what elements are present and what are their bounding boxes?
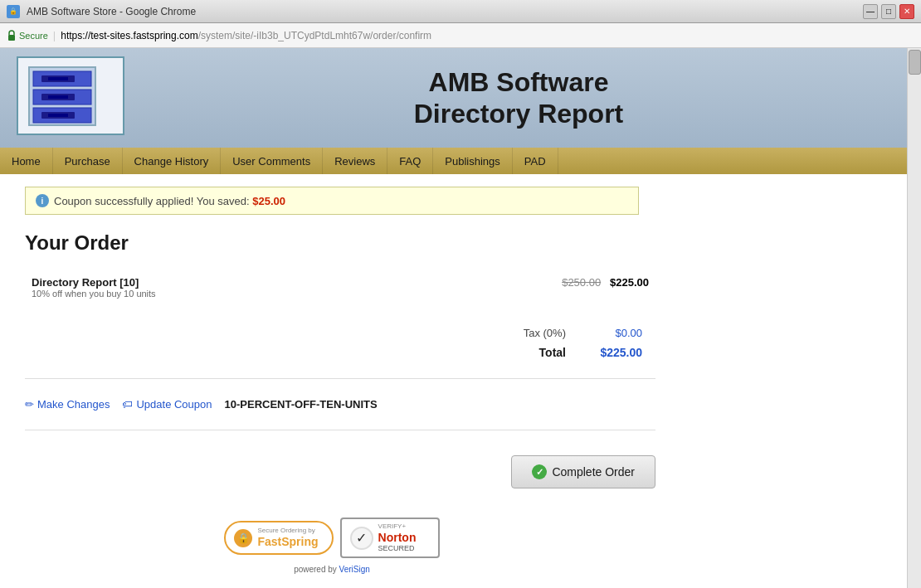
item-price-cell: $250.00 $225.00 [407, 271, 655, 304]
nav-item-purchase[interactable]: Purchase [53, 148, 123, 174]
item-details: Directory Report [10] 10% off when you b… [25, 271, 407, 304]
tag-icon: 🏷 [122, 398, 133, 411]
update-coupon-link[interactable]: 🏷 Update Coupon [122, 398, 212, 411]
summary-table: Tax (0%) $0.00 Total $225.00 [517, 323, 649, 362]
item-name: Directory Report [10] [32, 276, 400, 289]
nav-item-home[interactable]: Home [0, 148, 53, 174]
complete-order-label: Complete Order [552, 465, 635, 479]
url-path: /system/site/-iIb3b_UTCydPtdLmht67w/orde… [198, 30, 431, 41]
norton-secured: SECURED [378, 544, 417, 553]
order-table: Directory Report [10] 10% off when you b… [25, 271, 655, 366]
scrollbar[interactable] [907, 48, 921, 588]
site-title: AMB Software Directory Report [133, 66, 904, 130]
make-changes-link[interactable]: ✏ Make Changes [25, 398, 110, 411]
complete-order-area: ✓ Complete Order [25, 443, 655, 501]
info-icon: i [36, 194, 49, 207]
coupon-notification: i Coupon successfully applied! You saved… [25, 187, 639, 215]
badges-row: 🔒 Secure Ordering by FastSpring ✓ VERIFY… [224, 518, 439, 558]
norton-checkmark-icon: ✓ [350, 527, 373, 550]
nav-item-faq[interactable]: FAQ [387, 148, 433, 174]
url-domain: https://test-sites.fastspring.com [61, 30, 197, 41]
norton-text: VERIFY+ Norton SECURED [378, 522, 417, 553]
site-header: AMB Software Directory Report [0, 48, 921, 148]
browser-favicon: 🔒 [7, 5, 20, 18]
nav-item-reviews[interactable]: Reviews [323, 148, 387, 174]
total-label: Total [517, 343, 582, 362]
svg-rect-10 [48, 114, 68, 117]
total-value: $225.00 [582, 343, 649, 362]
nav-item-publishings[interactable]: Publishings [433, 148, 513, 174]
coupon-code: 10-PERCENT-OFF-TEN-UNITS [225, 398, 378, 411]
divider-2 [25, 430, 655, 430]
item-desc: 10% off when you buy 10 units [32, 289, 400, 299]
url-display[interactable]: https://test-sites.fastspring.com/system… [61, 30, 431, 41]
order-title: Your Order [25, 231, 639, 255]
update-coupon-label: Update Coupon [136, 398, 212, 411]
logo-svg [25, 63, 116, 129]
norton-verify: VERIFY+ [378, 522, 417, 531]
order-item-row: Directory Report [10] 10% off when you b… [25, 271, 655, 304]
powered-by-text: powered by VeriSign [294, 565, 370, 574]
address-bar: Secure | https://test-sites.fastspring.c… [0, 23, 921, 48]
window-controls: — □ ✕ [863, 4, 914, 19]
logo-area [17, 56, 133, 139]
page-content: AMB Software Directory Report Home Purch… [0, 48, 921, 588]
minimize-button[interactable]: — [863, 4, 878, 19]
logo-image [17, 56, 124, 135]
notification-text: Coupon successfully applied! You saved: … [54, 195, 285, 207]
fastspring-lock-icon: 🔒 [234, 529, 252, 547]
svg-rect-0 [8, 35, 15, 41]
nav-item-user-comments[interactable]: User Comments [221, 148, 323, 174]
svg-rect-7 [48, 95, 68, 99]
make-changes-label: Make Changes [37, 398, 110, 411]
browser-titlebar: 🔒 AMB Software Store - Google Chrome — □… [0, 0, 921, 23]
check-circle-icon: ✓ [532, 464, 547, 479]
nav-item-pad[interactable]: PAD [513, 148, 558, 174]
total-summary-row: Total $225.00 [517, 343, 649, 362]
secure-label: Secure [19, 31, 48, 41]
fastspring-brand: FastSpring [257, 535, 318, 548]
maximize-button[interactable]: □ [881, 4, 896, 19]
nav-item-change-history[interactable]: Change History [123, 148, 222, 174]
fastspring-badge: 🔒 Secure Ordering by FastSpring [224, 521, 333, 555]
site-title-area: AMB Software Directory Report [133, 66, 904, 130]
svg-rect-4 [48, 77, 68, 80]
tax-row: Tax (0%) $0.00 Total $225.00 [25, 320, 655, 366]
tax-label: Tax (0%) [517, 323, 582, 343]
norton-brand: Norton [378, 531, 417, 545]
item-price-original: $250.00 [562, 276, 601, 289]
close-button[interactable]: ✕ [899, 4, 914, 19]
lock-icon [7, 30, 17, 41]
fastspring-line1: Secure Ordering by [257, 527, 318, 535]
nav-bar: Home Purchase Change History User Commen… [0, 148, 921, 174]
pencil-icon: ✏ [25, 398, 34, 411]
item-price-new: $225.00 [610, 276, 649, 289]
tax-summary-row: Tax (0%) $0.00 [517, 323, 649, 343]
norton-badge: ✓ VERIFY+ Norton SECURED [340, 518, 440, 558]
trust-badges: 🔒 Secure Ordering by FastSpring ✓ VERIFY… [25, 501, 639, 588]
spacer-row [25, 304, 655, 320]
complete-order-button[interactable]: ✓ Complete Order [511, 455, 655, 488]
savings-amount: $25.00 [252, 195, 285, 207]
tax-value: $0.00 [582, 323, 649, 343]
verisign-link[interactable]: VeriSign [339, 565, 370, 574]
actions-row: ✏ Make Changes 🏷 Update Coupon 10-PERCEN… [25, 391, 639, 417]
main-content: i Coupon successfully applied! You saved… [0, 174, 664, 588]
fastspring-text: Secure Ordering by FastSpring [257, 527, 318, 548]
browser-title: AMB Software Store - Google Chrome [27, 6, 196, 17]
secure-badge: Secure [7, 30, 48, 41]
divider-1 [25, 378, 655, 379]
